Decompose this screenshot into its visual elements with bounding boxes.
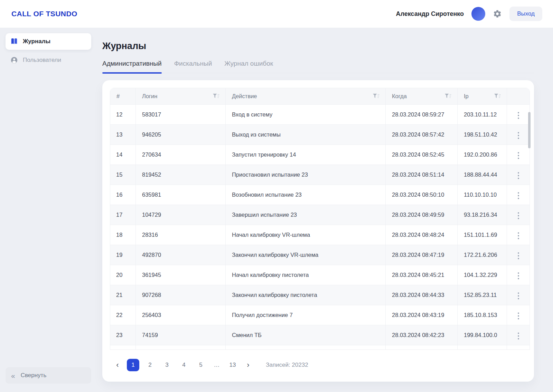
cell-action: Закончил калибровку пистолета — [226, 285, 386, 305]
table-row: 16635981Возобновил испытание 2328.03.202… — [110, 185, 530, 205]
cell-login: 907268 — [136, 285, 226, 305]
app-logo: CALL OF TSUNDO — [11, 10, 77, 18]
column-header-num: # — [110, 88, 136, 105]
cell-ip: 198.51.10.42 — [458, 125, 507, 145]
kebab-icon — [518, 152, 519, 153]
cell-ip: 199.84.100.0 — [458, 325, 507, 345]
kebab-icon — [518, 292, 519, 294]
collapse-button[interactable]: « Свернуть — [6, 367, 91, 384]
cell-ip: 104.1.32.229 — [458, 265, 507, 285]
row-menu-button[interactable] — [516, 150, 521, 161]
page-prev-button[interactable]: ‹ — [113, 359, 122, 371]
avatar[interactable] — [471, 7, 485, 21]
tab-fiscal[interactable]: Фискальный — [174, 60, 212, 73]
cell-ip: 188.88.44.44 — [458, 165, 507, 185]
cell-ip: 93.18.216.34 — [458, 205, 507, 225]
cell-login: 104729 — [136, 205, 226, 225]
cell-menu — [507, 145, 530, 165]
cell-login: 361945 — [136, 265, 226, 285]
tab-bar: Административный Фискальный Журнал ошибо… — [102, 60, 534, 73]
cell-login: 492870 — [136, 245, 226, 265]
column-header-menu — [507, 88, 530, 105]
table-scrollbar[interactable] — [528, 112, 531, 148]
cell-num: 18 — [110, 225, 136, 245]
cell-when: 28.03.2024 08:52:45 — [386, 145, 458, 165]
page-button-1[interactable]: 1 — [127, 359, 139, 371]
cell-action: Запустил тренировку 14 — [226, 145, 386, 165]
row-menu-button[interactable] — [516, 270, 521, 281]
tab-errors[interactable]: Журнал ошибок — [224, 60, 273, 73]
page-next-button[interactable]: › — [243, 359, 253, 371]
cell-login: 635981 — [136, 185, 226, 205]
cell-action: Закончил калибровку VR-шлема — [226, 245, 386, 265]
filter-icon[interactable] — [444, 93, 452, 99]
cell-when: 28.03.2024 08:49:59 — [386, 205, 458, 225]
cell-login: 583017 — [136, 105, 226, 125]
filter-icon[interactable] — [213, 93, 220, 99]
cell-when: 28.03.2024 08:48:24 — [386, 225, 458, 245]
cell-when: 28.03.2024 08:57:42 — [386, 125, 458, 145]
page-button-13[interactable]: 13 — [226, 359, 239, 371]
cell-action: Вход в систему — [226, 105, 386, 125]
row-menu-button[interactable] — [516, 310, 521, 321]
cell-action: Получил достижение 7 — [226, 305, 386, 325]
cell-num: 22 — [110, 305, 136, 325]
table-row: 21907268Закончил калибровку пистолета28.… — [110, 285, 530, 305]
row-menu-button[interactable] — [516, 290, 521, 301]
pagination: ‹ 12345…13 › Записей: 20232 — [110, 359, 530, 371]
cell-menu — [507, 245, 530, 265]
user-name: Александр Сиротенко — [396, 10, 464, 18]
cell-menu — [507, 105, 530, 125]
cell-num: 20 — [110, 265, 136, 285]
page-button-2[interactable]: 2 — [144, 359, 156, 371]
collapse-icon: « — [11, 372, 15, 379]
table-row: 22256403Получил достижение 728.03.2024 0… — [110, 305, 530, 325]
kebab-icon — [518, 212, 519, 214]
row-menu-button[interactable] — [516, 250, 521, 261]
row-menu-button[interactable] — [516, 170, 521, 181]
settings-button[interactable] — [493, 9, 502, 18]
sidebar-item-journals[interactable]: Журналы — [6, 33, 91, 50]
sidebar-item-users[interactable]: Пользователи — [6, 52, 91, 68]
filter-icon[interactable] — [494, 93, 501, 99]
cell-ip: 152.85.23.11 — [458, 285, 507, 305]
row-menu-button[interactable] — [516, 130, 521, 141]
cell-action: Сменил ТБ — [226, 325, 386, 345]
logout-button[interactable]: Выход — [509, 7, 542, 21]
cell-ip: 151.101.1.69 — [458, 225, 507, 245]
cell-ip: 172.21.6.206 — [458, 245, 507, 265]
kebab-icon — [518, 312, 519, 314]
row-menu-button[interactable] — [516, 210, 521, 221]
row-menu-button[interactable] — [516, 190, 521, 201]
table-header-row: #ЛогинДействиеКогдаIp — [110, 88, 530, 105]
cell-login: 74159 — [136, 325, 226, 345]
cell-menu — [507, 185, 530, 205]
cell-num: 13 — [110, 125, 136, 145]
kebab-icon — [518, 132, 519, 133]
table-row: 1828316Начал калибровку VR-шлема28.03.20… — [110, 225, 530, 245]
cell-menu — [507, 265, 530, 285]
page-button-4[interactable]: 4 — [178, 359, 190, 371]
cell-when: 28.03.2024 08:45:21 — [386, 265, 458, 285]
row-menu-button[interactable] — [516, 110, 521, 121]
cell-ip: 185.10.8.153 — [458, 305, 507, 325]
cell-menu — [507, 325, 530, 345]
page-button-5[interactable]: 5 — [195, 359, 207, 371]
column-label: Логин — [142, 93, 157, 100]
cell-when: 28.03.2024 08:47:19 — [386, 245, 458, 265]
app-window: CALL OF TSUNDO Александр Сиротенко Выход… — [0, 0, 553, 392]
cell-menu — [507, 305, 530, 325]
row-menu-button[interactable] — [516, 330, 521, 342]
row-menu-button[interactable] — [516, 230, 521, 241]
cell-when: 28.03.2024 08:50:10 — [386, 185, 458, 205]
tab-administrative[interactable]: Административный — [102, 60, 162, 73]
cell-menu — [507, 125, 530, 145]
page-button-3[interactable]: 3 — [161, 359, 173, 371]
cell-login: 256403 — [136, 305, 226, 325]
cell-action: Начал калибровку пистолета — [226, 265, 386, 285]
table-row-partial — [110, 345, 530, 350]
kebab-icon — [518, 172, 519, 174]
filter-icon[interactable] — [373, 93, 380, 99]
cell-num: 16 — [110, 185, 136, 205]
gear-icon — [493, 9, 502, 18]
